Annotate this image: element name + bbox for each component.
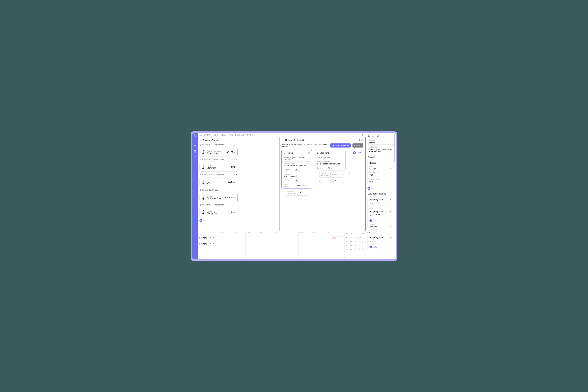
add-control-button[interactable]: +ADD [368, 187, 394, 190]
tab-graph-view[interactable]: GRAPH VIEW [214, 133, 226, 137]
threshold-input[interactable]: 0.00 [376, 202, 392, 206]
close-icon[interactable] [390, 236, 392, 239]
upload-changes-button[interactable]: UPLOAD CHANGES [330, 144, 351, 148]
timeline-panel: Reactor 1 Reactor 2 [198, 231, 366, 259]
operator-select[interactable]: > [370, 240, 374, 244]
skip-forward-icon[interactable] [356, 236, 358, 239]
share-icon[interactable] [362, 244, 364, 247]
add-step-button[interactable]: + ADD [353, 151, 361, 154]
threshold-input[interactable]: 0.00 [376, 240, 392, 244]
share-icon[interactable] [362, 240, 364, 243]
save-icon[interactable] [376, 134, 379, 137]
move-icon[interactable] [200, 139, 202, 141]
property-card-temperature[interactable]: Reactor TemperatureTemperature 32.187°C [200, 148, 238, 157]
condition-chip[interactable]: Reactor Temperature< 30 °C [320, 172, 344, 178]
play-icon[interactable] [350, 240, 352, 243]
list-icon[interactable] [362, 232, 364, 235]
add-property-button[interactable]: + ADD [200, 219, 238, 222]
operator-select[interactable]: > [370, 214, 374, 217]
property-input[interactable]: 0.00 [370, 180, 392, 183]
zoom-in-icon[interactable] [346, 232, 348, 235]
workflow-icon[interactable] [194, 134, 196, 137]
close-icon[interactable] [361, 139, 364, 141]
property-card-do[interactable]: DODO 0.256% [200, 178, 238, 186]
folder-icon[interactable] [194, 156, 196, 158]
property-card-stirrer[interactable]: AgitatorStirrer On OFF [200, 163, 238, 172]
property-card-stirring-speed[interactable]: AgitatorStirring Speed 0rpm [200, 208, 238, 217]
expand-icon[interactable] [272, 139, 274, 141]
comment-icon[interactable] [358, 244, 360, 247]
cancel-button[interactable]: CANCEL [352, 144, 364, 148]
close-icon[interactable] [390, 162, 392, 164]
drag-handle-icon[interactable] [200, 159, 201, 160]
add-termination-button[interactable]: +ADD [370, 246, 392, 248]
gauge-icon[interactable] [194, 145, 196, 148]
tab-data-view[interactable]: DATA VIEW [200, 133, 210, 137]
view-tabbar: DATA VIEW GRAPH VIEW POST-PROCESSING VIE… [198, 133, 366, 138]
zoom-out-icon[interactable] [350, 232, 352, 235]
card-value: 0.256 [228, 180, 234, 183]
close-icon[interactable] [308, 152, 310, 154]
play-icon[interactable] [349, 236, 351, 239]
folder-icon[interactable] [372, 134, 374, 137]
record-icon[interactable] [346, 248, 348, 251]
chart-line-icon[interactable] [194, 140, 196, 142]
move-icon[interactable] [282, 139, 284, 141]
property-input[interactable]: 0.00 [370, 174, 392, 177]
record-icon[interactable] [346, 236, 348, 239]
target-select[interactable]: Next Step [370, 226, 392, 228]
condition-chip[interactable]: Reactor Temperature> 50 °C [286, 190, 310, 196]
drag-handle-icon[interactable] [200, 144, 201, 146]
close-icon[interactable] [390, 198, 392, 201]
close-icon[interactable] [341, 152, 344, 154]
skip-forward-icon[interactable] [354, 244, 356, 247]
skip-forward-icon[interactable] [354, 240, 356, 243]
device-icon[interactable] [194, 150, 196, 153]
group-path: Reactor 1 / Devices [202, 189, 218, 191]
play-icon[interactable] [350, 248, 352, 251]
drag-handle-icon[interactable] [200, 204, 201, 206]
card-unit: °C [234, 152, 236, 153]
record-icon[interactable] [346, 244, 348, 247]
close-icon[interactable] [235, 158, 238, 161]
timeline-row-reactor1[interactable]: Reactor 1 [198, 234, 219, 240]
close-icon[interactable] [275, 139, 278, 141]
drag-handle-icon[interactable] [200, 189, 201, 191]
expand-icon[interactable] [358, 139, 360, 141]
comment-icon[interactable] [359, 236, 361, 239]
close-icon[interactable] [390, 210, 392, 213]
scrollbar[interactable] [394, 134, 395, 162]
threshold-input[interactable]: 0.00 [376, 214, 392, 217]
close-icon[interactable] [235, 189, 238, 191]
close-icon[interactable] [235, 144, 238, 146]
operator-select[interactable]: > [370, 202, 374, 206]
step-label: Rate of addition [284, 184, 294, 187]
tab-post-processing[interactable]: POST-PROCESSING VIEW [229, 133, 254, 137]
share-icon[interactable] [362, 236, 364, 239]
share-icon[interactable] [362, 248, 364, 251]
close-icon[interactable] [235, 173, 238, 176]
close-icon[interactable] [235, 204, 238, 206]
add-termination-button[interactable]: +ADD [370, 220, 392, 222]
timeline-grid[interactable]: 10:4011:0011:2011:4012:0012:2012:4013:00… [219, 231, 344, 259]
add-view-tab[interactable]: ＋ [256, 133, 259, 138]
play-icon[interactable] [350, 244, 352, 247]
comment-icon[interactable] [358, 248, 360, 251]
new-icon[interactable] [368, 134, 370, 137]
control-select[interactable]: Control [370, 168, 392, 170]
step-cool-down[interactable]: 2. Cool down Cool down reagents Reactor … [315, 150, 346, 170]
property-card-acid-pump[interactable]: Acid PumpCalibrated Rate 2.500ml/min [200, 193, 238, 202]
step-heat-up[interactable]: 1. Heat up Heat the reagents ahead of th… [282, 150, 312, 188]
step-unit: pH [297, 180, 299, 182]
step-name-input[interactable]: Heat Up [368, 141, 394, 145]
stop-icon[interactable] [352, 236, 354, 239]
drag-handle-icon[interactable] [200, 174, 201, 176]
chevron-right-icon[interactable] [361, 134, 364, 136]
step-description-input[interactable]: Heat the reagents ahead of the experimen… [368, 148, 394, 153]
chevron-down-icon[interactable] [194, 255, 196, 258]
skip-forward-icon[interactable] [354, 248, 356, 251]
comment-icon[interactable] [358, 240, 360, 243]
record-icon[interactable] [346, 240, 348, 243]
condition-chip[interactable]: pH> 8.0 [320, 179, 344, 183]
timeline-row-reactor2[interactable]: Reactor 2 [198, 240, 219, 246]
